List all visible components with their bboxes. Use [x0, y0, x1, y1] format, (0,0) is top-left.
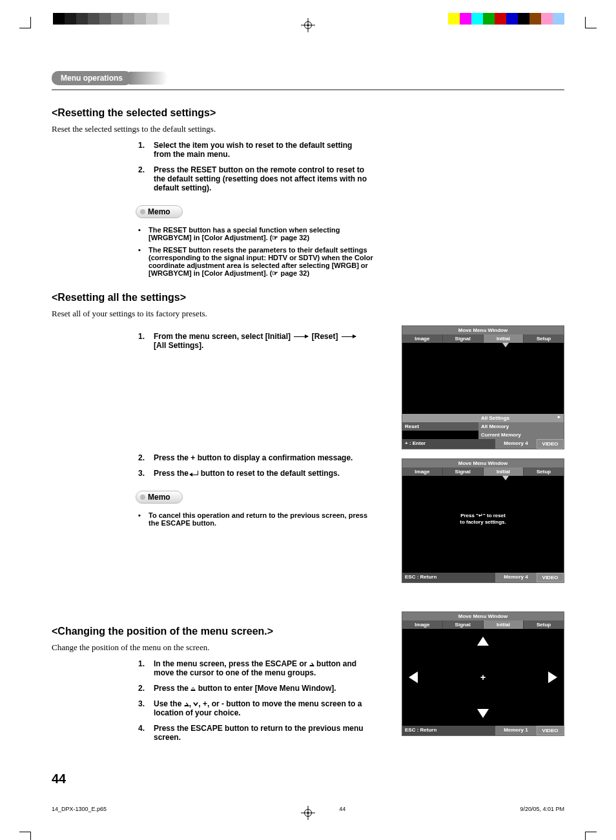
osd-option: All Memory: [478, 422, 555, 431]
crop-mark-icon: [585, 17, 597, 28]
osd-footer-memory: Memory 4: [495, 573, 537, 582]
section2-intro: Reset all of your settings to its factor…: [52, 309, 564, 319]
step-item: 1. From the menu screen, select [Initial…: [138, 332, 371, 350]
memo-item: The RESET button has a special function …: [138, 226, 377, 242]
osd-footer-memory: Memory 4: [495, 439, 537, 449]
osd-title: Move Menu Window: [402, 612, 564, 620]
osd-tab: Image: [402, 467, 443, 476]
osd-tab: Initial: [484, 620, 524, 629]
triangle-up-icon: [190, 687, 196, 691]
triangle-down-icon: [193, 702, 198, 706]
triangle-up-icon: [309, 662, 314, 666]
step-item: 3. Use the , , +, or - button to move th…: [138, 699, 371, 717]
osd-tab: Signal: [443, 467, 484, 476]
osd-tab: Initial: [484, 334, 524, 343]
osd-option: Current Memory: [478, 431, 555, 439]
section3-title: <Changing the position of the menu scree…: [52, 626, 390, 637]
step-item: 2.Press the RESET button on the remote c…: [138, 165, 371, 192]
osd-row-label: Reset: [402, 422, 478, 431]
plus-icon: +: [480, 672, 486, 682]
osd-screenshot-3: Move Menu Window Image Signal Initial Se…: [402, 611, 564, 736]
divider: [52, 89, 564, 90]
registration-mark-icon: [301, 18, 315, 32]
osd-footer-memory: Memory 1: [495, 726, 537, 735]
step-item: 1.Select the item you wish to reset to t…: [138, 141, 371, 159]
registration-mark-icon: [301, 806, 315, 820]
memo-item: The RESET button resets the parameters t…: [138, 246, 377, 278]
step-item: 2. Press the button to enter [Move Menu …: [138, 684, 371, 693]
memo-item: To cancel this operation and return to t…: [138, 511, 377, 527]
osd-option: All Settings: [478, 414, 555, 422]
triangle-up-icon: [184, 702, 189, 706]
osd-title: Move Menu Window: [402, 326, 564, 334]
step-item: 4.Press the ESCAPE button to return to t…: [138, 724, 371, 742]
step-item: 3. Press the button to reset to the defa…: [138, 469, 371, 478]
arrow-down-icon: [477, 709, 489, 718]
osd-tab: Image: [402, 620, 443, 629]
section1-title: <Resetting the selected settings>: [52, 107, 564, 119]
step-item: 2.Press the + button to display a confir…: [138, 453, 371, 462]
crop-mark-icon: [585, 832, 597, 840]
arrow-right-icon: [294, 336, 308, 337]
memo-label: Memo: [136, 491, 183, 504]
breadcrumb: Menu operations: [52, 71, 132, 85]
section1-intro: Reset the selected settings to the defau…: [52, 124, 564, 134]
osd-tab: Setup: [524, 620, 564, 629]
color-bar-icon: [448, 13, 564, 25]
osd-footer-input: VIDEO: [537, 573, 564, 582]
arrow-up-icon: [477, 637, 489, 646]
osd-confirm-message: Press "↵" to resetto factory settings.: [460, 513, 506, 526]
osd-footer-hint: ESC : Return: [402, 573, 495, 582]
osd-tab: Image: [402, 334, 443, 343]
crop-mark-icon: [19, 832, 31, 840]
triangle-down-icon: [502, 343, 509, 347]
section3-intro: Change the position of the menu on the s…: [52, 642, 390, 653]
footer-file: 14_DPX-1300_E.p65: [52, 806, 107, 812]
osd-screenshot-2: Move Menu Window Image Signal Initial Se…: [402, 458, 564, 583]
osd-tab: Signal: [443, 334, 484, 343]
crop-mark-icon: [19, 17, 31, 28]
osd-footer-input: VIDEO: [537, 439, 564, 449]
osd-tab: Initial: [484, 467, 524, 476]
arrow-right-icon: [548, 671, 557, 683]
osd-tab: Setup: [524, 467, 564, 476]
osd-tab: Setup: [524, 334, 564, 343]
arrow-right-icon: [342, 336, 356, 337]
osd-screenshot-1: Move Menu Window Image Signal Initial Se…: [402, 325, 564, 449]
grayscale-bar-icon: [53, 13, 169, 25]
arrow-left-icon: [409, 671, 418, 683]
section2-title: <Resetting all the settings>: [52, 292, 564, 303]
footer-date: 9/20/05, 4:01 PM: [520, 806, 564, 812]
osd-title: Move Menu Window: [402, 459, 564, 467]
osd-footer-input: VIDEO: [537, 726, 564, 735]
osd-footer-hint: + : Enter: [402, 439, 495, 449]
enter-icon: [190, 471, 198, 477]
memo-label: Memo: [136, 205, 183, 218]
page-number: 44: [52, 772, 564, 786]
osd-tab: Signal: [443, 620, 484, 629]
breadcrumb-fade: [129, 72, 168, 85]
triangle-down-icon: [502, 476, 509, 480]
osd-footer-hint: ESC : Return: [402, 726, 495, 735]
print-footer: 14_DPX-1300_E.p65 44 9/20/05, 4:01 PM: [52, 806, 564, 812]
step-item: 1. In the menu screen, press the ESCAPE …: [138, 659, 371, 677]
footer-page: 44: [339, 806, 345, 812]
